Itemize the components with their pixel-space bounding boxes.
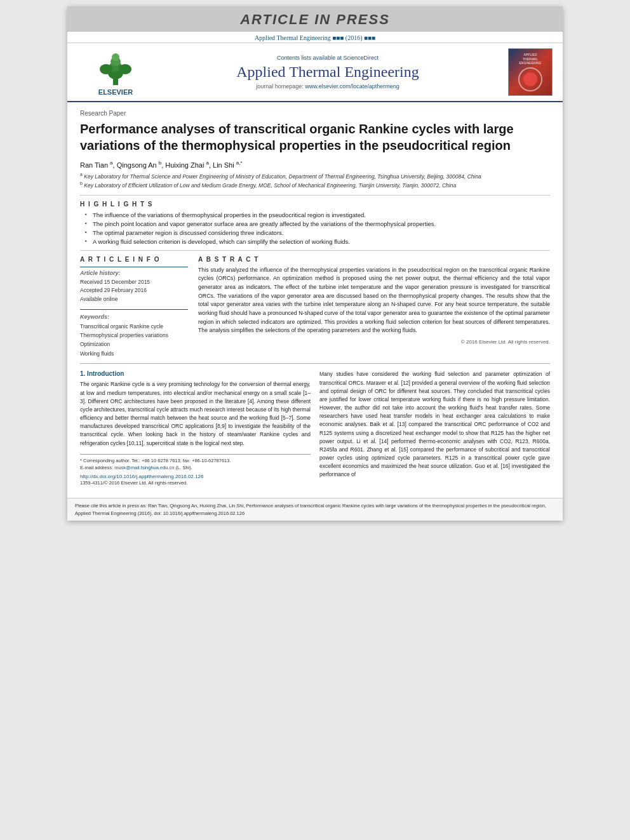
article-history: Article history: Received 15 December 20…: [80, 270, 188, 304]
authors: Ran Tian a, Qingsong An b, Huixing Zhai …: [80, 160, 550, 169]
highlight-item: A working fluid selection criterion is d…: [85, 238, 550, 245]
journal-title: Applied Thermal Engineering: [154, 63, 502, 81]
highlight-item: The influence of the variations of therm…: [85, 211, 550, 218]
homepage-line: journal homepage: www.elsevier.com/locat…: [154, 83, 502, 90]
journal-cover: APPLIEDTHERMALENGINEERING: [508, 48, 553, 96]
cover-inner-circle-icon: [523, 72, 537, 86]
keywords-label: Keywords:: [80, 314, 188, 320]
affil-sup-b: b: [80, 181, 83, 185]
svg-point-6: [119, 64, 131, 74]
divider-2: [80, 250, 550, 251]
journal-link[interactable]: Applied Thermal Engineering ■■■ (2016) ■…: [255, 34, 375, 41]
main-content: Research Paper Performance analyses of t…: [67, 102, 563, 493]
author-sup-b: b: [159, 160, 161, 166]
journal-header: ELSEVIER Contents lists available at Sci…: [67, 43, 563, 102]
body-col-left: 1. Introduction The organic Rankine cycl…: [80, 370, 311, 486]
keywords-list: Transcritical organic Rankine cycle Ther…: [80, 322, 188, 359]
email-line: E-mail address: musk@mail.tsinghua.edu.c…: [80, 464, 311, 471]
abstract-col: A B S T R A C T This study analyzed the …: [198, 256, 550, 359]
copyright: © 2016 Elsevier Ltd. All rights reserved…: [198, 339, 550, 345]
article-info-col: A R T I C L E I N F O Article history: R…: [80, 256, 188, 359]
email-link[interactable]: musk@mail.tsinghua.edu.cn: [114, 465, 175, 470]
highlight-item: The optimal parameter region is discusse…: [85, 229, 550, 236]
paper-type: Research Paper: [80, 110, 550, 117]
doi-link[interactable]: http://dx.doi.org/10.1016/j.applthermale…: [80, 474, 311, 479]
intro-col2: Many studies have considered the working…: [319, 370, 550, 479]
homepage-link[interactable]: www.elsevier.com/locate/apthermeng: [305, 83, 399, 90]
divider-1: [80, 195, 550, 196]
received-date: Received 15 December 2015 Accepted 29 Fe…: [80, 278, 188, 304]
footnote-area: * Corresponding author. Tel.: +86 10 627…: [80, 454, 311, 487]
paper-title: Performance analyses of transcritical or…: [80, 121, 550, 154]
info-divider-2: [80, 309, 188, 310]
citation-bar: Please cite this article in press as: Ra…: [67, 498, 563, 521]
journal-header-left: ELSEVIER: [77, 49, 154, 96]
aip-text: ARTICLE IN PRESS: [240, 11, 390, 27]
author-sup-a2: a: [206, 160, 208, 166]
body-col-right: Many studies have considered the working…: [319, 370, 550, 486]
contents-line: Contents lists available at ScienceDirec…: [154, 55, 502, 61]
divider-3: [80, 363, 550, 364]
elsevier-tree-icon: [90, 49, 141, 87]
affil-sup-a: a: [80, 172, 83, 177]
abstract-label: A B S T R A C T: [198, 256, 550, 263]
keywords-section: Keywords: Transcritical organic Rankine …: [80, 314, 188, 359]
svg-point-4: [112, 53, 119, 61]
sciencedirect-link[interactable]: ScienceDirect: [344, 55, 379, 61]
svg-point-5: [100, 64, 112, 74]
intro-heading: 1. Introduction: [80, 370, 311, 377]
body-content: 1. Introduction The organic Rankine cycl…: [80, 370, 550, 486]
citation-text: Please cite this article in press as: Ra…: [75, 502, 555, 517]
abstract-text: This study analyzed the influence of the…: [198, 266, 550, 335]
elsevier-logo: ELSEVIER: [90, 49, 141, 96]
cover-circle-icon: [518, 67, 542, 91]
info-divider: [80, 267, 188, 267]
article-info-abstract: A R T I C L E I N F O Article history: R…: [80, 256, 550, 359]
corresponding-author: * Corresponding author. Tel.: +86 10 627…: [80, 457, 311, 464]
journal-link-bar: Applied Thermal Engineering ■■■ (2016) ■…: [67, 32, 563, 43]
cover-label: APPLIEDTHERMALENGINEERING: [519, 53, 541, 65]
article-info-label: A R T I C L E I N F O: [80, 256, 188, 263]
journal-header-right: APPLIEDTHERMALENGINEERING: [502, 48, 553, 96]
highlights-label: H I G H L I G H T S: [80, 201, 550, 208]
author-sup-a: a: [110, 160, 112, 166]
intro-col1: The organic Rankine cycle is a very prom…: [80, 380, 311, 447]
elsevier-text: ELSEVIER: [98, 88, 133, 96]
journal-header-center: Contents lists available at ScienceDirec…: [154, 55, 502, 90]
history-label: Article history:: [80, 270, 188, 276]
author-sup-a3: a,*: [236, 160, 243, 166]
highlight-item: The pinch point location and vapor gener…: [85, 220, 550, 227]
affiliations: a Key Laboratory for Thermal Science and…: [80, 171, 550, 190]
aip-banner: ARTICLE IN PRESS: [67, 6, 563, 32]
page: ARTICLE IN PRESS Applied Thermal Enginee…: [67, 6, 563, 521]
issn-line: 1359-4311/© 2016 Elsevier Ltd. All right…: [80, 479, 311, 486]
highlights-list: The influence of the variations of therm…: [80, 211, 550, 245]
